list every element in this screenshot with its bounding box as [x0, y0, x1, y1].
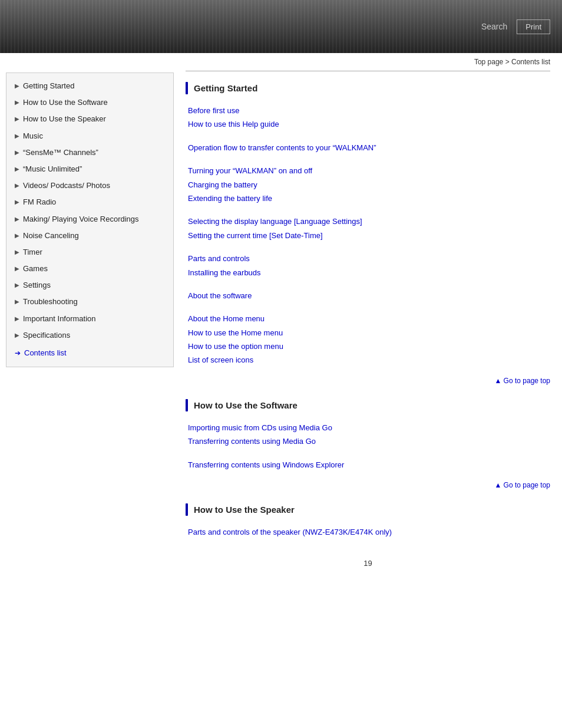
- contents-list-link[interactable]: ➔ Contents list: [6, 344, 173, 362]
- sidebar-item-sensme-channels[interactable]: ▶“SensMe™ Channels”: [6, 144, 173, 161]
- sidebar-item-label: Getting Started: [23, 81, 74, 91]
- sidebar-item-fm-radio[interactable]: ▶FM Radio: [6, 194, 173, 210]
- section-title: Getting Started: [194, 82, 257, 94]
- sidebar-item-label: “SensMe™ Channels”: [23, 147, 98, 158]
- content-link[interactable]: Charging the battery: [188, 178, 550, 192]
- sidebar-item-label: How to Use the Speaker: [23, 114, 106, 124]
- section-header-how-to-use-software: How to Use the Software: [186, 399, 550, 411]
- link-group-1-1: Transferring contents using Windows Expl…: [186, 458, 550, 472]
- section-header-getting-started: Getting Started: [186, 82, 550, 94]
- sidebar-item-videos-podcasts-photos[interactable]: ▶Videos/ Podcasts/ Photos: [6, 177, 173, 194]
- content-link[interactable]: Transferring contents using Media Go: [188, 434, 550, 448]
- sidebar-item-how-to-use-software[interactable]: ▶How to Use the Software: [6, 94, 173, 111]
- content-link[interactable]: Installing the earbuds: [188, 266, 550, 279]
- sidebar-item-music[interactable]: ▶Music: [6, 128, 173, 144]
- content-link[interactable]: How to use the Home menu: [188, 326, 550, 340]
- chevron-right-icon: ▶: [15, 198, 19, 206]
- sidebar-item-important-information[interactable]: ▶Important Information: [6, 311, 173, 327]
- chevron-right-icon: ▶: [15, 215, 19, 223]
- content-link[interactable]: How to use this Help guide: [188, 117, 550, 131]
- content-link[interactable]: Setting the current time [Set Date-Time]: [188, 229, 550, 242]
- sidebar-item-specifications[interactable]: ▶Specifications: [6, 327, 173, 344]
- section-header-how-to-use-speaker: How to Use the Speaker: [186, 503, 550, 516]
- breadcrumb-top-page[interactable]: Top page: [474, 58, 503, 66]
- content-link[interactable]: Importing music from CDs using Media Go: [188, 421, 550, 434]
- section-how-to-use-speaker: How to Use the SpeakerParts and controls…: [186, 503, 550, 539]
- breadcrumb: Top page > Contents list: [0, 53, 562, 70]
- sidebar-item-noise-canceling[interactable]: ▶Noise Canceling: [6, 228, 173, 244]
- chevron-right-icon: ▶: [15, 232, 19, 240]
- link-group-0-4: Parts and controlsInstalling the earbuds: [186, 252, 550, 279]
- contents-list-label: Contents list: [24, 348, 67, 357]
- sidebar-item-troubleshooting[interactable]: ▶Troubleshooting: [6, 294, 173, 310]
- content-link[interactable]: Selecting the display language [Language…: [188, 215, 550, 228]
- section-bar-icon: [186, 399, 188, 411]
- sidebar-item-label: Settings: [23, 280, 51, 291]
- chevron-right-icon: ▶: [15, 98, 19, 107]
- chevron-right-icon: ▶: [15, 149, 19, 157]
- section-title: How to Use the Software: [194, 399, 297, 411]
- print-button[interactable]: Print: [517, 19, 550, 34]
- chevron-right-icon: ▶: [15, 315, 19, 323]
- content-link[interactable]: Operation flow to transfer contents to y…: [188, 141, 550, 154]
- content-link[interactable]: Turning your “WALKMAN” on and off: [188, 164, 550, 177]
- section-bar-icon: [186, 82, 188, 94]
- sidebar-item-games[interactable]: ▶Games: [6, 261, 173, 277]
- sidebar-item-label: FM Radio: [23, 197, 56, 207]
- sidebar-item-label: Videos/ Podcasts/ Photos: [23, 180, 110, 191]
- go-to-page-top[interactable]: Go to page top: [186, 377, 550, 385]
- section-getting-started: Getting StartedBefore first useHow to us…: [186, 82, 550, 385]
- sidebar-item-voice-recordings[interactable]: ▶Making/ Playing Voice Recordings: [6, 211, 173, 228]
- link-group-0-1: Operation flow to transfer contents to y…: [186, 141, 550, 154]
- sidebar-item-getting-started[interactable]: ▶Getting Started: [6, 78, 173, 94]
- sidebar-item-label: Noise Canceling: [23, 230, 79, 241]
- chevron-right-icon: ▶: [15, 248, 19, 256]
- sidebar-item-settings[interactable]: ▶Settings: [6, 277, 173, 294]
- sidebar-item-label: Specifications: [23, 330, 70, 341]
- chevron-right-icon: ▶: [15, 331, 19, 340]
- chevron-right-icon: ▶: [15, 82, 19, 90]
- sidebar-item-label: Music: [23, 131, 43, 141]
- link-group-2-0: Parts and controls of the speaker (NWZ-E…: [186, 525, 550, 539]
- sidebar-item-label: “Music Unlimited”: [23, 164, 82, 174]
- link-group-0-6: About the Home menuHow to use the Home m…: [186, 312, 550, 367]
- sidebar-item-label: Important Information: [23, 314, 96, 324]
- sidebar-item-how-to-use-speaker[interactable]: ▶How to Use the Speaker: [6, 111, 173, 127]
- top-divider: [186, 71, 550, 71]
- content-link[interactable]: Parts and controls: [188, 252, 550, 265]
- arrow-right-icon: ➔: [15, 349, 21, 357]
- section-how-to-use-software: How to Use the SoftwareImporting music f…: [186, 399, 550, 489]
- section-bar-icon: [186, 503, 188, 516]
- sidebar-item-timer[interactable]: ▶Timer: [6, 244, 173, 261]
- chevron-right-icon: ▶: [15, 281, 19, 289]
- sidebar-item-label: Games: [23, 263, 48, 274]
- content-link[interactable]: Parts and controls of the speaker (NWZ-E…: [188, 525, 550, 539]
- content-link[interactable]: How to use the option menu: [188, 340, 550, 353]
- sidebar-item-label: Making/ Playing Voice Recordings: [23, 214, 139, 225]
- chevron-right-icon: ▶: [15, 265, 19, 273]
- content-link[interactable]: About the Home menu: [188, 312, 550, 325]
- breadcrumb-contents-list[interactable]: Contents list: [511, 58, 550, 66]
- main-layout: ▶Getting Started▶How to Use the Software…: [0, 70, 562, 585]
- sidebar-item-music-unlimited[interactable]: ▶“Music Unlimited”: [6, 161, 173, 177]
- content-link[interactable]: Extending the battery life: [188, 192, 550, 205]
- link-group-1-0: Importing music from CDs using Media GoT…: [186, 421, 550, 449]
- content-link[interactable]: Before first use: [188, 104, 550, 117]
- breadcrumb-separator: >: [505, 58, 511, 66]
- content-area: Getting StartedBefore first useHow to us…: [174, 70, 562, 585]
- link-group-0-0: Before first useHow to use this Help gui…: [186, 104, 550, 131]
- link-group-0-3: Selecting the display language [Language…: [186, 215, 550, 242]
- sidebar: ▶Getting Started▶How to Use the Software…: [6, 73, 174, 367]
- content-link[interactable]: Transferring contents using Windows Expl…: [188, 458, 550, 472]
- go-to-page-top[interactable]: Go to page top: [186, 481, 550, 489]
- chevron-right-icon: ▶: [15, 132, 19, 140]
- chevron-right-icon: ▶: [15, 115, 19, 123]
- link-group-0-2: Turning your “WALKMAN” on and offChargin…: [186, 164, 550, 205]
- content-link[interactable]: List of screen icons: [188, 353, 550, 367]
- section-title: How to Use the Speaker: [194, 503, 295, 516]
- sidebar-item-label: Troubleshooting: [23, 297, 78, 307]
- header: Search Print: [0, 0, 562, 53]
- content-link[interactable]: About the software: [188, 289, 550, 302]
- search-button[interactable]: Search: [481, 22, 507, 31]
- chevron-right-icon: ▶: [15, 182, 19, 190]
